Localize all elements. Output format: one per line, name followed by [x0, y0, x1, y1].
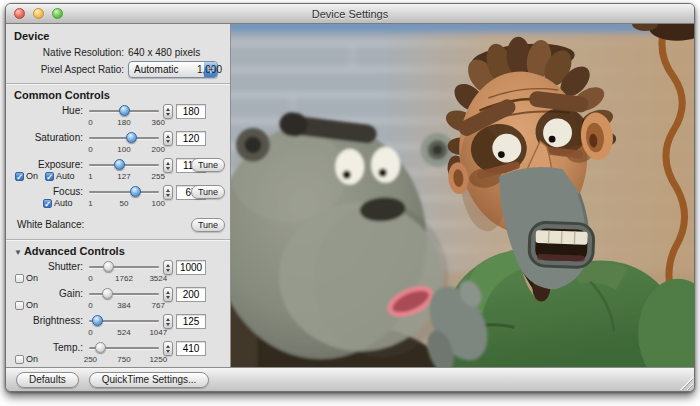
tick-label: 3524 [149, 274, 167, 283]
temp-slider[interactable] [89, 341, 159, 355]
saturation-label: Saturation: [11, 132, 83, 143]
window-title: Device Settings [312, 8, 388, 20]
quicktime-settings-button[interactable]: QuickTime Settings... [89, 372, 210, 388]
settings-panel: Device Native Resolution: 640 x 480 pixe… [6, 24, 231, 367]
shutter-on-checkbox[interactable]: On [15, 273, 38, 283]
defaults-button[interactable]: Defaults [16, 372, 79, 388]
tick-label: 1762 [115, 274, 133, 283]
gain-row: Gain: 0384767 On [11, 287, 225, 314]
exposure-slider[interactable] [89, 158, 159, 172]
zoom-button[interactable] [52, 8, 63, 19]
pixel-aspect-ratio-label: Pixel Aspect Ratio: [6, 61, 124, 78]
close-button[interactable] [14, 8, 25, 19]
focus-stepper[interactable] [163, 185, 173, 200]
shutter-value-field[interactable] [176, 260, 206, 275]
brightness-stepper[interactable] [163, 314, 173, 329]
tick-label: 360 [152, 118, 165, 127]
tick-label: 0 [88, 301, 92, 310]
tick-label: 0 [88, 328, 92, 337]
advanced-controls-header: ▼Advanced Controls [6, 241, 230, 260]
shutter-ticks: 017623524 [89, 274, 159, 284]
hue-label: Hue: [11, 105, 83, 116]
exposure-on-checkbox[interactable]: ✓On [15, 171, 38, 181]
common-controls-header: Common Controls [6, 85, 230, 104]
shutter-slider[interactable] [89, 260, 159, 274]
exposure-auto-checkbox[interactable]: ✓Auto [45, 171, 75, 181]
hue-value-field[interactable] [176, 104, 206, 119]
pixel-aspect-ratio-selected: Automatic [129, 62, 204, 78]
saturation-stepper[interactable] [163, 131, 173, 146]
exposure-slider-thumb[interactable] [114, 159, 125, 170]
focus-slider[interactable] [89, 185, 159, 199]
shutter-stepper[interactable] [163, 260, 173, 275]
shutter-row: Shutter: 017623524 On [11, 260, 225, 287]
minimize-button[interactable] [33, 8, 44, 19]
camera-preview [231, 24, 694, 367]
temp-value-field[interactable] [176, 341, 206, 356]
saturation-slider[interactable] [89, 131, 159, 145]
focus-tune-button[interactable]: Tune [191, 185, 225, 199]
exposure-stepper[interactable] [163, 158, 173, 173]
disclosure-triangle-icon[interactable]: ▼ [14, 248, 22, 257]
brightness-value-field[interactable] [176, 314, 206, 329]
hue-slider[interactable] [89, 104, 159, 118]
brightness-ticks: 05241047 [89, 328, 159, 338]
white-balance-label: White Balance: [17, 219, 84, 230]
tick-label: 384 [117, 301, 130, 310]
tick-label: 524 [117, 328, 130, 337]
gain-value-field[interactable] [176, 287, 206, 302]
brightness-slider[interactable] [89, 314, 159, 328]
tick-label: 0 [88, 145, 92, 154]
brightness-label: Brightness: [11, 315, 83, 326]
gain-stepper[interactable] [163, 287, 173, 302]
native-resolution-label: Native Resolution: [6, 45, 124, 61]
saturation-slider-thumb[interactable] [126, 132, 137, 143]
tick-label: 200 [152, 145, 165, 154]
exposure-tune-button[interactable]: Tune [191, 158, 225, 172]
tick-label: 250 [84, 355, 97, 364]
exposure-row: Exposure: 1127255 Tune ✓On✓Auto [11, 158, 225, 185]
tick-label: 100 [117, 145, 130, 154]
shutter-label: Shutter: [11, 261, 83, 272]
focus-slider-thumb[interactable] [130, 186, 141, 197]
focus-auto-checkbox[interactable]: ✓Auto [43, 198, 73, 208]
common-controls-section: Common Controls Hue: 0180360 Saturation:… [6, 85, 230, 237]
hue-row: Hue: 0180360 [11, 104, 225, 131]
hue-slider-thumb[interactable] [119, 105, 130, 116]
gain-label: Gain: [11, 288, 83, 299]
tick-label: 180 [117, 118, 130, 127]
focus-row: Focus: 150100 Tune ✓Auto [11, 185, 225, 212]
tick-label: 1 [88, 199, 92, 208]
white-balance-tune-button[interactable]: Tune [191, 218, 225, 232]
tick-label: 255 [152, 172, 165, 181]
tick-label: 50 [120, 199, 129, 208]
tick-label: 127 [117, 172, 130, 181]
footer-bar: Defaults QuickTime Settings... [6, 367, 694, 391]
pixel-aspect-ratio-number: 1,000 [197, 62, 222, 78]
exposure-ticks: 1127255 [89, 172, 159, 182]
brightness-slider-thumb[interactable] [92, 315, 103, 326]
brightness-row: Brightness: 05241047 [11, 314, 225, 341]
gain-slider-thumb[interactable] [102, 288, 113, 299]
saturation-value-field[interactable] [176, 131, 206, 146]
advanced-controls-section: ▼Advanced Controls Shutter: 017623524 On… [6, 241, 230, 368]
tick-label: 0 [88, 274, 92, 283]
shutter-slider-thumb[interactable] [103, 261, 114, 272]
hue-stepper[interactable] [163, 104, 173, 119]
hue-ticks: 0180360 [89, 118, 159, 128]
tick-label: 767 [152, 301, 165, 310]
temp-row: Temp.: 2507501250 On [11, 341, 225, 368]
tick-label: 1250 [149, 355, 167, 364]
saturation-ticks: 0100200 [89, 145, 159, 155]
temp-stepper[interactable] [163, 341, 173, 356]
gain-slider[interactable] [89, 287, 159, 301]
gain-on-checkbox[interactable]: On [15, 300, 38, 310]
resize-grip[interactable] [680, 377, 693, 390]
temp-on-checkbox[interactable]: On [15, 354, 38, 364]
title-bar[interactable]: Device Settings [6, 4, 694, 24]
temp-slider-thumb[interactable] [95, 342, 106, 353]
device-settings-window: Device Settings Device Native Resolution… [5, 3, 695, 392]
exposure-label: Exposure: [11, 159, 83, 170]
tick-label: 1047 [149, 328, 167, 337]
tick-label: 750 [117, 355, 130, 364]
